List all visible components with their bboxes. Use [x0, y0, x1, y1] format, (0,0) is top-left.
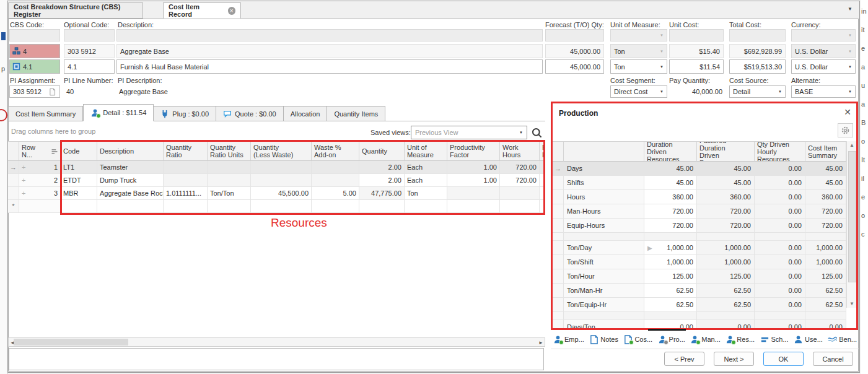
- item-currency-dropdown[interactable]: U.S. Dollar▼: [791, 59, 856, 74]
- expand-icon[interactable]: +: [22, 176, 25, 184]
- user-button[interactable]: Use...: [794, 335, 823, 344]
- column-header-duration-driven[interactable]: Duration DrivenResources: [644, 141, 697, 162]
- cell-work-hours[interactable]: [500, 187, 540, 200]
- manpower-button[interactable]: Man...: [690, 335, 721, 344]
- cell-productivity-factor[interactable]: 1.00: [447, 161, 500, 174]
- column-header-quantity-ratio[interactable]: QuantityRatio: [164, 141, 208, 161]
- benchmark-button[interactable]: Ben...: [828, 335, 857, 344]
- tab-allocation[interactable]: Allocation: [284, 106, 328, 121]
- column-header-qty-driven[interactable]: Qty DrivenHourly Resources: [755, 141, 805, 162]
- parent-description-field[interactable]: Aggregate Base: [116, 44, 543, 58]
- parent-currency-dropdown[interactable]: U.S. Dollar▼: [791, 44, 856, 58]
- cell-uom[interactable]: Each: [405, 174, 447, 187]
- cell-qty-less-waste[interactable]: [251, 174, 312, 187]
- tab-detail[interactable]: Detail : $11.54: [83, 104, 154, 121]
- cell-qty-ratio[interactable]: [164, 161, 208, 174]
- cost-button[interactable]: Cos...: [623, 335, 652, 344]
- item-total-cost-input[interactable]: $519,513.30: [729, 59, 786, 74]
- notes-button[interactable]: Notes: [589, 335, 618, 344]
- expand-icon[interactable]: +: [22, 163, 25, 171]
- column-header-row-number[interactable]: RowN...: [19, 141, 61, 161]
- production-button[interactable]: Pro...: [658, 335, 685, 344]
- cell-qty-ratio[interactable]: 1.0111111...: [164, 187, 208, 200]
- cell-productivity-factor[interactable]: 1.00: [447, 174, 500, 187]
- vertical-scrollbar[interactable]: ▲ ▼: [846, 141, 856, 308]
- saved-views-dropdown[interactable]: Previous View ▼: [411, 126, 527, 139]
- item-optional-code-input[interactable]: 4.1: [64, 59, 115, 74]
- column-header-waste-addon[interactable]: Waste %Add-on: [312, 141, 359, 161]
- column-header-productivity-factor[interactable]: ProductivityFactor: [447, 141, 500, 161]
- cell-waste-pct[interactable]: [312, 161, 359, 174]
- item-uom-dropdown[interactable]: Ton▼: [610, 59, 667, 74]
- tab-cost-item-summary[interactable]: Cost Item Summary: [8, 106, 83, 121]
- parent-total-cost-field[interactable]: $692,928.99: [729, 44, 786, 58]
- tab-quantity-items[interactable]: Quantity Items: [327, 106, 385, 121]
- tab-cost-item-record[interactable]: Cost Item Record ×: [163, 2, 241, 19]
- parent-uom-dropdown[interactable]: Ton▼: [610, 44, 667, 58]
- tab-overflow-chevron-icon[interactable]: ▼: [848, 6, 853, 12]
- column-header-quantity[interactable]: Quantity: [359, 141, 405, 161]
- cell-qty-ratio-units[interactable]: [208, 161, 251, 174]
- item-cbs-code-cell[interactable]: 4.1: [9, 59, 60, 74]
- cell-work-hours[interactable]: 720.00: [500, 174, 540, 187]
- column-header-factored-duration[interactable]: Factored DurationDriven Resources: [697, 141, 755, 162]
- resources-button[interactable]: Res...: [726, 335, 755, 344]
- next-button[interactable]: Next >: [714, 352, 754, 366]
- scrollbar-thumb[interactable]: [14, 339, 128, 346]
- item-description-input[interactable]: Furnish & Haul Base Material: [116, 59, 543, 74]
- prev-button[interactable]: < Prev: [664, 352, 704, 366]
- horizontal-scrollbar[interactable]: ◄ ►: [8, 337, 545, 347]
- parent-cbs-code-cell[interactable]: 4: [9, 44, 60, 58]
- scroll-right-icon[interactable]: ►: [538, 340, 543, 346]
- scroll-up-icon[interactable]: ▲: [847, 142, 857, 148]
- cell-qty-ratio-units[interactable]: [208, 174, 251, 187]
- column-header-code[interactable]: Code: [61, 141, 97, 161]
- expand-icon[interactable]: +: [22, 189, 25, 197]
- settings-button[interactable]: [838, 123, 853, 137]
- tab-quote[interactable]: Quote : $0.00: [216, 106, 284, 121]
- alternate-dropdown[interactable]: BASE▼: [791, 85, 856, 98]
- employments-button[interactable]: Emp...: [553, 335, 584, 344]
- cell-code[interactable]: LT1: [61, 161, 97, 174]
- cell-productivity-factor[interactable]: [447, 187, 500, 200]
- column-header-unit-of-measure[interactable]: Unit ofMeasure: [405, 141, 447, 161]
- column-header-description[interactable]: Description: [97, 141, 164, 161]
- cell-uom[interactable]: Ton: [405, 187, 447, 200]
- column-header-work-hours[interactable]: WorkHours: [500, 141, 540, 161]
- parent-optional-code-field[interactable]: 303 5912: [64, 44, 115, 58]
- close-icon[interactable]: ✕: [843, 107, 853, 117]
- cell-quantity[interactable]: 2.00: [359, 174, 405, 187]
- cell-quantity[interactable]: 47,775.00: [359, 187, 405, 200]
- cell-description[interactable]: Teamster: [97, 161, 164, 174]
- scrollbar-thumb[interactable]: [848, 151, 856, 282]
- pi-assignment-field[interactable]: 303 5912: [9, 85, 60, 98]
- document-icon[interactable]: [48, 88, 56, 96]
- cancel-button[interactable]: Cancel: [813, 352, 853, 366]
- cell-qty-ratio[interactable]: [164, 174, 208, 187]
- column-header-cost-item-summary[interactable]: Cost ItemSummary: [805, 141, 846, 162]
- schedule-button[interactable]: Sch...: [760, 335, 789, 344]
- column-header-quantity-ratio-units[interactable]: QuantityRatio Units: [208, 141, 251, 161]
- cell-code[interactable]: ETDT: [61, 174, 97, 187]
- cost-segment-dropdown[interactable]: Direct Cost▼: [610, 85, 667, 98]
- cell-waste-pct[interactable]: 5.00: [312, 187, 359, 200]
- cell-quantity[interactable]: 2.00: [359, 161, 405, 174]
- cell-qty-ratio-units[interactable]: Ton/Ton: [208, 187, 251, 200]
- cell-work-hours[interactable]: 720.00: [500, 161, 540, 174]
- cell-description[interactable]: Dump Truck: [97, 174, 164, 187]
- parent-forecast-qty-field[interactable]: 45,000.00: [545, 44, 604, 58]
- tab-plug[interactable]: Plug : $0.00: [154, 106, 216, 121]
- item-unit-cost-input[interactable]: $11.54: [669, 59, 724, 74]
- scroll-down-icon[interactable]: ▼: [847, 301, 857, 307]
- cell-code[interactable]: MBR: [61, 187, 97, 200]
- cell-description[interactable]: Aggregate Base Rock: [97, 187, 164, 200]
- cell-uom[interactable]: Each: [405, 161, 447, 174]
- cost-source-dropdown[interactable]: Detail▼: [729, 85, 786, 98]
- item-forecast-qty-input[interactable]: 45,000.00: [545, 59, 604, 74]
- search-views-button[interactable]: [530, 126, 543, 139]
- column-header-quantity-less-waste[interactable]: Quantity(Less Waste): [251, 141, 312, 161]
- cell-qty-less-waste[interactable]: [251, 161, 312, 174]
- close-tab-icon[interactable]: ×: [228, 7, 235, 15]
- ok-button[interactable]: OK: [763, 352, 804, 366]
- parent-unit-cost-field[interactable]: $15.40: [669, 44, 724, 58]
